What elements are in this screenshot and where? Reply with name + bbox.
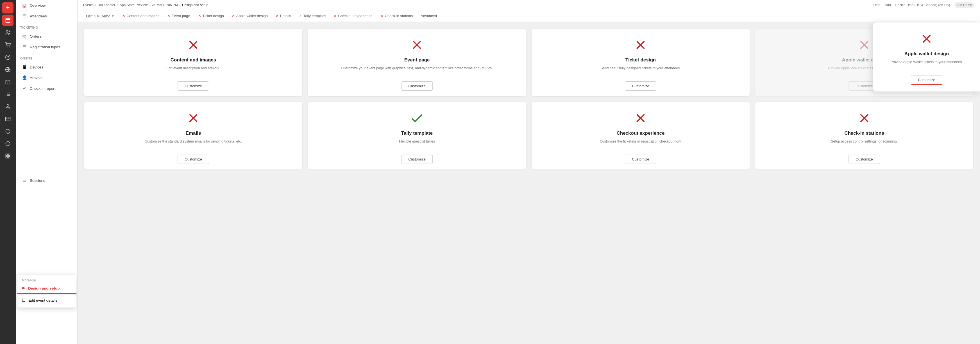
- cards-area: Content and images Edit event descriptio…: [78, 22, 980, 344]
- tab-apple-wallet-status: ✕: [232, 14, 235, 18]
- ticketing-section-label: Ticketing: [16, 21, 77, 31]
- tab-checkout-status: ✕: [334, 14, 337, 18]
- sidebar-item-attendees[interactable]: ☰ Attendees: [18, 11, 76, 21]
- help-nav-icon[interactable]: [2, 52, 13, 63]
- bc-app[interactable]: App Store Preview: [120, 3, 148, 7]
- tab-content-images[interactable]: ✕ Content and images: [118, 10, 163, 22]
- bc-timezone: Pacific Time (US & Canada) (en-US): [896, 3, 950, 7]
- tab-emails-status: ✕: [275, 14, 279, 18]
- tab-advanced[interactable]: Advanced: [417, 10, 441, 22]
- ticket-design-status-icon: [633, 38, 648, 54]
- checkout-title: Checkout experience: [616, 130, 665, 136]
- content-images-customize-btn[interactable]: Customize: [178, 81, 209, 90]
- tab-apple-wallet[interactable]: ✕ Apple wallet design: [228, 10, 272, 22]
- arrivals-icon: 👤: [22, 75, 27, 80]
- checkout-customize-btn[interactable]: Customize: [625, 155, 656, 164]
- svg-point-20: [6, 142, 10, 146]
- sidebar-item-sessions[interactable]: ☰ Sessions: [18, 175, 76, 185]
- calendar-nav-icon[interactable]: [2, 14, 13, 26]
- design-setup-item[interactable]: ✏ Design and setup: [18, 283, 76, 294]
- cards-grid: Content and images Edit event descriptio…: [84, 29, 973, 170]
- svg-point-19: [6, 129, 10, 133]
- sidebar-item-registration-types[interactable]: ☰ Registration types: [18, 42, 76, 52]
- overlay-customize-btn[interactable]: Customize: [911, 75, 942, 85]
- tab-apple-wallet-label: Apple wallet design: [236, 14, 268, 18]
- checkin-stations-customize-btn[interactable]: Customize: [848, 155, 880, 164]
- ticket-design-title: Ticket design: [625, 57, 656, 63]
- sessions-icon: ☰: [22, 178, 27, 183]
- tab-tally-template[interactable]: ✓ Tally template: [295, 10, 329, 22]
- list2-nav-icon[interactable]: [2, 89, 13, 100]
- bc-account[interactable]: GM Demo: [955, 2, 974, 8]
- tab-checkout[interactable]: ✕ Checkout experience: [329, 10, 376, 22]
- sidebar-item-devices[interactable]: 📱 Devices: [18, 62, 76, 72]
- user-nav-icon[interactable]: [2, 101, 13, 112]
- tab-event-page[interactable]: ✕ Event page: [163, 10, 194, 22]
- event-page-status-icon: [410, 38, 424, 54]
- manage-dropdown: Manage ✏ Design and setup ☐ Edit event d…: [18, 275, 76, 308]
- tab-ticket-design[interactable]: ✕ Ticket design: [194, 10, 228, 22]
- bc-date: 21 Mar 01:06 PM: [152, 3, 178, 7]
- bc-help[interactable]: Help: [873, 3, 881, 7]
- add-button[interactable]: +: [2, 2, 13, 13]
- checkin-stations-status-icon: [857, 111, 872, 128]
- sidebar-item-orders[interactable]: 🛒 Orders: [18, 31, 76, 41]
- checkout-status-icon: [633, 111, 648, 128]
- overlay-desc: Provide Apple Wallet tickets to your att…: [890, 59, 963, 70]
- svg-point-18: [7, 105, 9, 107]
- sidebar-item-overview[interactable]: 📊 Overview: [18, 0, 76, 10]
- globe-nav-icon[interactable]: [2, 64, 13, 75]
- devices-icon: 📱: [22, 65, 27, 70]
- sidebar-item-attendees-label: Attendees: [30, 14, 47, 18]
- tab-content-images-label: Content and images: [127, 14, 159, 18]
- card-checkout: Checkout experience Customize the ticket…: [531, 102, 749, 170]
- tab-event-page-status: ✕: [167, 14, 170, 18]
- circle-nav-icon[interactable]: [2, 126, 13, 137]
- checkin-stations-title: Check-in stations: [844, 130, 884, 136]
- edit-event-label: Edit event details: [29, 298, 57, 303]
- tab-ticket-design-status: ✕: [198, 14, 201, 18]
- sidebar-item-checkin-report[interactable]: ✔ Check in report: [18, 83, 76, 94]
- bc-sep4: /: [180, 3, 180, 7]
- attendees-icon: ☰: [22, 13, 27, 19]
- grid-nav-icon[interactable]: [2, 151, 13, 162]
- mail-nav-icon[interactable]: [2, 113, 13, 125]
- checkout-desc: Customize the ticketing or registration …: [600, 139, 681, 149]
- overlay-status-icon: [919, 32, 934, 48]
- emails-customize-btn[interactable]: Customize: [178, 155, 209, 164]
- tab-bar: List: GM Demo ▼ ✕ Content and images ✕ E…: [78, 10, 980, 22]
- ticket-design-customize-btn[interactable]: Customize: [625, 81, 656, 90]
- edit-event-item[interactable]: ☐ Edit event details: [18, 295, 76, 305]
- svg-point-5: [7, 47, 8, 48]
- cart-nav-icon[interactable]: [2, 39, 13, 51]
- event-page-customize-btn[interactable]: Customize: [401, 81, 433, 90]
- bc-sep1: /: [95, 3, 96, 7]
- bc-sep3: /: [149, 3, 150, 7]
- sidebar-item-arrivals[interactable]: 👤 Arrivals: [18, 73, 76, 83]
- tally-title: Tally template: [401, 130, 433, 136]
- tally-desc: Flexible guestlist tallies: [399, 139, 435, 149]
- tab-list-chevron: ▼: [111, 14, 115, 18]
- bc-rio[interactable]: Rio Theater: [98, 3, 115, 7]
- tab-tally-label: Tally template: [304, 14, 326, 18]
- tab-checkout-label: Checkout experience: [338, 14, 372, 18]
- tab-checkin-stations[interactable]: ✕ Check-in stations: [377, 10, 417, 22]
- tally-customize-btn[interactable]: Customize: [401, 155, 433, 164]
- emails-status-icon: [186, 111, 200, 128]
- people-nav-icon[interactable]: [2, 27, 13, 38]
- sidebar-item-checkin-label: Check in report: [30, 86, 56, 90]
- card-checkin-stations: Check-in stations Setup access control s…: [755, 102, 973, 170]
- bc-sep2: /: [117, 3, 118, 7]
- circle2-nav-icon[interactable]: [2, 138, 13, 149]
- gift-nav-icon[interactable]: [2, 76, 13, 87]
- checkin-stations-desc: Setup access control settings for scanni…: [831, 139, 898, 149]
- svg-rect-21: [6, 154, 8, 156]
- tab-tally-status: ✓: [299, 14, 302, 18]
- tab-emails[interactable]: ✕ Emails: [272, 10, 295, 22]
- bc-events[interactable]: Events: [83, 3, 94, 7]
- edit-event-icon: ☐: [22, 298, 25, 303]
- tab-emails-label: Emails: [280, 14, 291, 18]
- bc-add[interactable]: Add: [885, 3, 891, 7]
- tab-list-gm-demo[interactable]: List: GM Demo ▼: [82, 11, 118, 22]
- registration-icon: ☰: [22, 44, 27, 49]
